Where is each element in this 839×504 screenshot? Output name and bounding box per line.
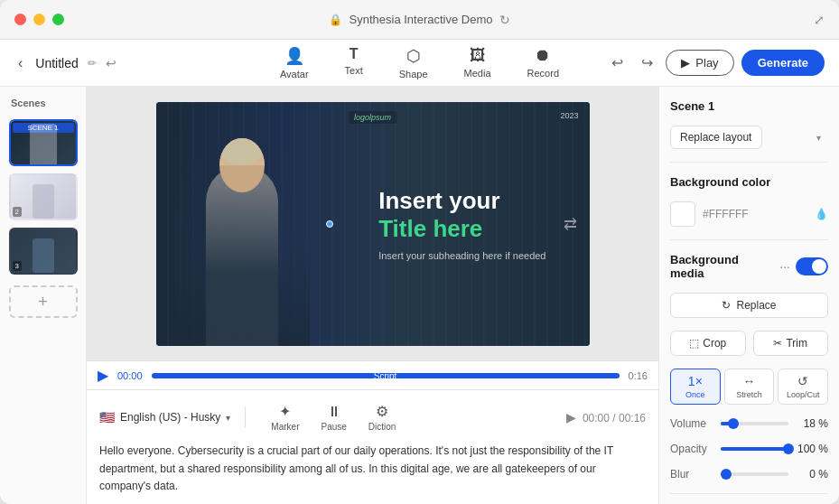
record-tool-button[interactable]: ⏺ Record [520,42,566,83]
window-title: Synthesia Interactive Demo [350,13,493,26]
opacity-fill [721,447,788,451]
shape-tool-button[interactable]: ⬡ Shape [392,42,435,83]
scene-3-badge: 3 [13,261,22,271]
language-text: English (US) - Husky [120,411,220,424]
volume-label: Volume [670,417,713,430]
replace-button[interactable]: ↻ Replace [670,293,828,318]
sidebar-item-scene-2[interactable]: 2 [9,173,78,220]
video-logo: logolpsum [349,111,396,124]
resize-handle[interactable]: ⇄ [564,214,577,234]
avatar-area [174,129,310,346]
save-icon[interactable]: ↩ [106,56,117,70]
add-scene-button[interactable]: + [9,285,78,318]
blur-thumb[interactable] [721,469,732,480]
toolbar-left: ‹ Untitled ✏ ↩ [14,51,195,75]
opacity-value: 100 % [796,443,828,455]
refresh-icon[interactable]: ↻ [499,13,510,27]
traffic-light-green[interactable] [52,14,64,25]
expand-icon[interactable]: ⤢ [814,13,825,27]
bg-media-dots-button[interactable]: ··· [774,257,796,275]
trim-button[interactable]: ✂ Trim [753,331,829,356]
avatar-icon: 👤 [284,46,304,66]
crop-button[interactable]: ⬚ Crop [670,331,746,356]
color-swatch[interactable] [670,201,695,227]
avatar-head [219,138,265,192]
bg-media-toggle[interactable] [796,257,828,275]
record-tool-label: Record [527,68,559,79]
drag-handle[interactable] [326,220,333,228]
loop-cut-label: Loop/Cut [787,390,820,399]
layout-selector-wrapper[interactable]: Replace layout Full screen Split Lower t… [670,126,828,149]
language-selector[interactable]: 🇺🇸 English (US) - Husky ▾ [99,410,230,425]
avatar-tool-label: Avatar [280,69,309,79]
once-icon: 1× [688,374,703,388]
opacity-thumb[interactable] [783,443,794,454]
volume-thumb[interactable] [728,418,739,429]
traffic-light-yellow[interactable] [33,14,45,25]
edit-icon[interactable]: ✏ [88,57,97,70]
opacity-slider[interactable] [721,447,788,451]
title-bar: 🔒 Synthesia Interactive Demo ↻ ⤢ [0,0,839,40]
script-controls: 🇺🇸 English (US) - Husky ▾ ✦ Marker ⏸ Pau… [99,399,646,435]
main-content: Scenes SCENE 1 2 [0,87,839,504]
scene-1-avatar [30,124,57,164]
blur-row: Blur 0 % [670,468,828,481]
undo-button[interactable]: ↩ [606,51,629,75]
sidebar-item-scene-1[interactable]: SCENE 1 [9,119,78,166]
diction-button[interactable]: ⚙ Diction [358,399,407,435]
stretch-label: Stretch [736,390,762,399]
timeline-progress-track[interactable]: Script [152,373,620,378]
panel-divider-2 [670,239,828,240]
crop-icon: ⬚ [689,337,699,350]
media-tool-label: Media [464,68,491,79]
opacity-row: Opacity 100 % [670,443,828,455]
sidebar-item-scene-3[interactable]: 3 [9,228,78,275]
timeline-play-icon[interactable]: ▶ [98,367,108,384]
blur-label: Blur [670,468,713,481]
video-frame[interactable]: logolpsum 2023 Insert your Title here In… [156,102,590,346]
playback-once[interactable]: 1× Once [670,369,721,405]
toolbar-right: ↩ ↪ ▶ Play Generate [644,50,825,76]
redo-button[interactable]: ↪ [636,51,658,75]
replace-refresh-icon: ↻ [722,299,731,312]
blur-slider[interactable] [721,472,788,476]
playback-loop-cut[interactable]: ↺ Loop/Cut [778,369,828,405]
text-icon: T [350,46,359,62]
replace-label: Replace [736,299,776,312]
app-window: 🔒 Synthesia Interactive Demo ↻ ⤢ ‹ Untit… [0,0,839,504]
doc-title: Untitled [35,56,78,70]
timeline-bar: ▶ 00:00 Script 0:16 [87,360,658,389]
video-year: 2023 [560,111,578,120]
script-area: 🇺🇸 English (US) - Husky ▾ ✦ Marker ⏸ Pau… [87,389,658,504]
playback-stretch[interactable]: ↔ Stretch [724,369,775,405]
traffic-light-red[interactable] [14,14,26,25]
pause-button[interactable]: ⏸ Pause [310,400,357,435]
eyedrop-icon[interactable]: 💧 [815,208,828,220]
avatar-body [206,165,278,346]
text-tool-button[interactable]: T Text [338,42,370,83]
scene-title: Scene 1 [670,99,828,113]
crop-label: Crop [703,337,726,350]
script-text: Hello everyone. Cybersecurity is a cruci… [99,443,646,495]
bg-media-label: Background media [670,253,774,280]
language-chevron-icon: ▾ [226,413,230,423]
stretch-icon: ↔ [743,374,756,388]
layout-selector[interactable]: Replace layout Full screen Split Lower t… [670,126,762,149]
volume-slider[interactable] [721,422,788,425]
media-tool-button[interactable]: 🖼 Media [457,42,499,83]
loop-icon: ↺ [797,374,808,388]
generate-button[interactable]: Generate [741,50,825,76]
scene-2-badge: 2 [13,207,22,217]
back-button[interactable]: ‹ [14,51,26,75]
toolbar-center: 👤 Avatar T Text ⬡ Shape 🖼 Media ⏺ Record [195,42,644,83]
avatar-tool-button[interactable]: 👤 Avatar [273,42,316,83]
timeline-time-end: 0:16 [629,370,648,381]
media-icon: 🖼 [470,46,486,65]
play-button[interactable]: ▶ Play [666,50,733,76]
bg-color-row: #FFFFFF 💧 [670,201,828,227]
marker-button[interactable]: ✦ Marker [260,399,310,435]
script-play-button[interactable]: ▶ [566,410,576,425]
record-icon: ⏺ [535,46,551,65]
opacity-label: Opacity [670,443,713,455]
toggle-knob [812,259,826,274]
